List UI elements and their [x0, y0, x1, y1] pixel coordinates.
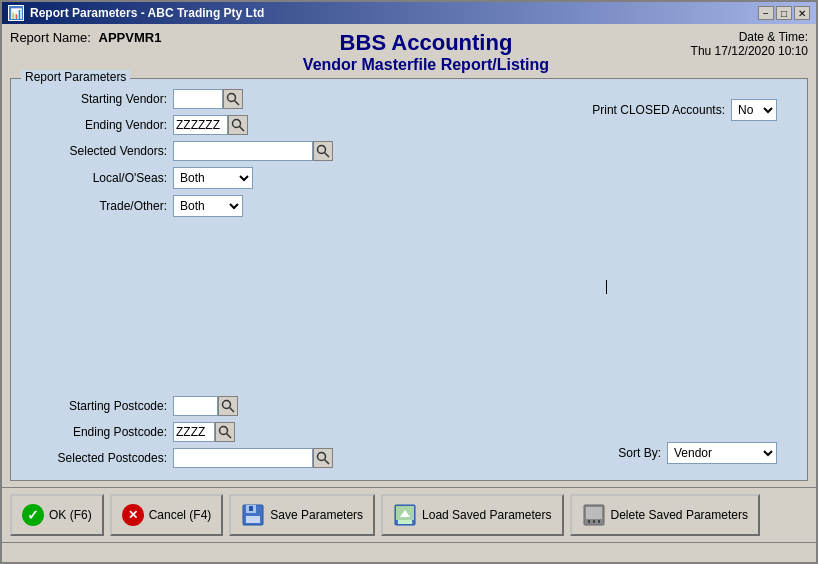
report-params-label: Report Parameters: [21, 70, 130, 84]
title-bar-left: 📊 Report Parameters - ABC Trading Pty Lt…: [8, 5, 264, 21]
selected-postcodes-search-button[interactable]: [313, 448, 333, 468]
cursor-line: [606, 280, 607, 294]
local-seas-label: Local/O'Seas:: [27, 171, 167, 185]
status-bar: [2, 542, 816, 562]
ending-postcode-row: Ending Postcode:: [27, 422, 791, 442]
window-title: Report Parameters - ABC Trading Pty Ltd: [30, 6, 264, 20]
cancel-icon: ✕: [122, 504, 144, 526]
print-closed-select[interactable]: No Yes: [731, 99, 777, 121]
svg-rect-14: [246, 516, 260, 523]
app-title-main: BBS Accounting: [161, 30, 690, 56]
search-icon: [226, 92, 240, 106]
report-name-section: Report Name: APPVMR1: [10, 30, 161, 45]
search-icon: [221, 399, 235, 413]
svg-line-7: [230, 408, 235, 413]
svg-rect-21: [586, 507, 602, 519]
svg-point-2: [233, 120, 241, 128]
selected-postcodes-label: Selected Postcodes:: [27, 451, 167, 465]
ok-icon: ✓: [22, 504, 44, 526]
report-name-value: APPVMR1: [99, 30, 162, 45]
starting-vendor-input[interactable]: [173, 89, 223, 109]
close-button[interactable]: ✕: [794, 6, 810, 20]
date-time-label: Date & Time:: [739, 30, 808, 44]
search-icon: [218, 425, 232, 439]
print-closed-section: Print CLOSED Accounts: No Yes: [592, 99, 777, 121]
save-parameters-button[interactable]: Save Parameters: [229, 494, 375, 536]
minimize-button[interactable]: −: [758, 6, 774, 20]
title-bar: 📊 Report Parameters - ABC Trading Pty Lt…: [2, 2, 816, 24]
selected-vendors-input[interactable]: [173, 141, 313, 161]
starting-postcode-input[interactable]: [173, 396, 218, 416]
search-icon: [231, 118, 245, 132]
svg-point-4: [318, 146, 326, 154]
maximize-button[interactable]: □: [776, 6, 792, 20]
sort-by-section: Sort By: Vendor Name Postcode: [618, 442, 777, 464]
ending-vendor-label: Ending Vendor:: [27, 118, 167, 132]
report-params-box: Report Parameters Print CLOSED Accounts:…: [10, 78, 808, 481]
report-name-label: Report Name:: [10, 30, 91, 45]
bottom-bar: ✓ OK (F6) ✕ Cancel (F4) Save Parameters: [2, 487, 816, 542]
date-time-section: Date & Time: Thu 17/12/2020 10:10: [691, 30, 808, 58]
selected-postcodes-input[interactable]: [173, 448, 313, 468]
trade-other-select[interactable]: Both Trade Other: [173, 195, 243, 217]
load-icon: [393, 503, 417, 527]
svg-rect-15: [249, 506, 253, 511]
delete-saved-parameters-button[interactable]: Delete Saved Parameters: [570, 494, 760, 536]
content-area: Report Name: APPVMR1 BBS Accounting Vend…: [2, 24, 816, 487]
starting-postcode-input-group: [173, 396, 238, 416]
cancel-label: Cancel (F4): [149, 508, 212, 522]
title-controls: − □ ✕: [758, 6, 810, 20]
window-icon: 📊: [8, 5, 24, 21]
ending-postcode-input[interactable]: [173, 422, 215, 442]
ending-postcode-search-button[interactable]: [215, 422, 235, 442]
selected-vendors-search-button[interactable]: [313, 141, 333, 161]
sort-by-label: Sort By:: [618, 446, 661, 460]
starting-postcode-search-button[interactable]: [218, 396, 238, 416]
load-label: Load Saved Parameters: [422, 508, 551, 522]
ending-vendor-input-group: [173, 115, 248, 135]
selected-postcodes-input-group: [173, 448, 333, 468]
svg-point-6: [223, 401, 231, 409]
selected-vendors-label: Selected Vendors:: [27, 144, 167, 158]
ok-label: OK (F6): [49, 508, 92, 522]
starting-postcode-row: Starting Postcode:: [27, 396, 791, 416]
app-title-sub: Vendor Masterfile Report/Listing: [161, 56, 690, 74]
load-saved-parameters-button[interactable]: Load Saved Parameters: [381, 494, 563, 536]
save-label: Save Parameters: [270, 508, 363, 522]
ending-postcode-input-group: [173, 422, 235, 442]
selected-vendors-input-group: [173, 141, 333, 161]
spacer: [27, 223, 791, 394]
ending-vendor-input[interactable]: [173, 115, 228, 135]
ok-button[interactable]: ✓ OK (F6): [10, 494, 104, 536]
svg-line-11: [325, 460, 330, 465]
svg-point-10: [318, 453, 326, 461]
cancel-button[interactable]: ✕ Cancel (F4): [110, 494, 224, 536]
svg-point-8: [220, 427, 228, 435]
local-seas-select[interactable]: Both Local Overseas: [173, 167, 253, 189]
svg-point-0: [228, 94, 236, 102]
search-icon: [316, 144, 330, 158]
trade-other-row: Trade/Other: Both Trade Other: [27, 195, 791, 217]
selected-vendors-row: Selected Vendors:: [27, 141, 791, 161]
starting-postcode-label: Starting Postcode:: [27, 399, 167, 413]
ending-vendor-search-button[interactable]: [228, 115, 248, 135]
starting-vendor-input-group: [173, 89, 243, 109]
params-inner: Starting Vendor: Ending Vendor:: [27, 89, 791, 472]
svg-line-9: [227, 434, 232, 439]
sort-by-select[interactable]: Vendor Name Postcode: [667, 442, 777, 464]
app-title: BBS Accounting Vendor Masterfile Report/…: [161, 30, 690, 74]
svg-line-5: [325, 153, 330, 158]
delete-icon: [582, 503, 606, 527]
starting-vendor-search-button[interactable]: [223, 89, 243, 109]
svg-line-1: [235, 101, 240, 106]
svg-line-3: [240, 127, 245, 132]
trade-other-label: Trade/Other:: [27, 199, 167, 213]
save-icon: [241, 503, 265, 527]
print-closed-label: Print CLOSED Accounts:: [592, 103, 725, 117]
ending-postcode-label: Ending Postcode:: [27, 425, 167, 439]
local-seas-row: Local/O'Seas: Both Local Overseas: [27, 167, 791, 189]
search-icon: [316, 451, 330, 465]
starting-vendor-label: Starting Vendor:: [27, 92, 167, 106]
main-window: 📊 Report Parameters - ABC Trading Pty Lt…: [0, 0, 818, 564]
delete-label: Delete Saved Parameters: [611, 508, 748, 522]
